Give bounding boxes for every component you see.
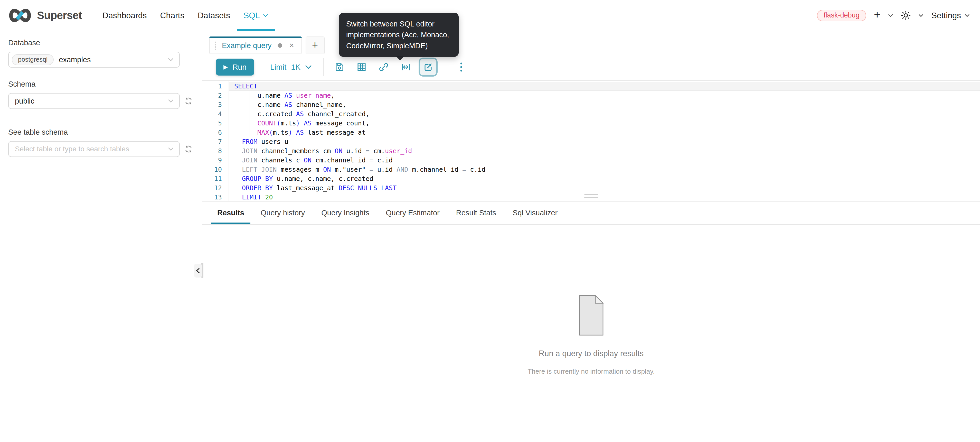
- code-line[interactable]: u.name AS user_name,: [229, 91, 980, 100]
- nav-item-dashboards[interactable]: Dashboards: [96, 0, 154, 31]
- superset-infinity-icon: [8, 8, 32, 23]
- schema-value: public: [15, 97, 34, 105]
- query-tab-example-query[interactable]: Example query ✕: [209, 37, 302, 53]
- line-number: 9: [202, 156, 229, 165]
- edit-icon: [424, 63, 433, 72]
- code-line[interactable]: MAX(m.ts) AS last_message_at: [229, 128, 980, 137]
- chevron-down-icon: [305, 65, 312, 69]
- sidebar-divider: [4, 119, 198, 119]
- results-panel: Run a query to display results There is …: [202, 225, 980, 442]
- line-number: 2: [202, 91, 229, 100]
- code-line[interactable]: GROUP BY u.name, c.name, c.created: [229, 174, 980, 184]
- chevron-down-icon: [263, 14, 268, 17]
- sql-lab-sidebar: Database postgresql examples Schema publ…: [0, 31, 202, 442]
- tab-query-history[interactable]: Query history: [255, 201, 311, 224]
- schema-label: Schema: [8, 80, 194, 88]
- schema-select[interactable]: public: [8, 93, 180, 109]
- sql-code-editor[interactable]: 12345678910111213 SELECT u.name AS user_…: [202, 81, 980, 201]
- row-limit-dropdown[interactable]: Limit 1K: [270, 63, 312, 72]
- theme-sun-icon[interactable]: [901, 11, 911, 20]
- line-number: 1: [202, 82, 229, 91]
- line-number: 10: [202, 165, 229, 174]
- code-line[interactable]: LIMIT 20: [229, 193, 980, 201]
- settings-menu[interactable]: Settings: [931, 11, 970, 20]
- unsaved-indicator-dot: [278, 43, 282, 48]
- chevron-down-icon: [168, 147, 173, 151]
- workspace: Database postgresql examples Schema publ…: [0, 31, 980, 442]
- superset-sql-lab: Superset Dashboards Charts Datasets SQL …: [0, 0, 980, 442]
- tab-sql-visualizer[interactable]: Sql Visualizer: [506, 201, 564, 224]
- line-number: 6: [202, 128, 229, 137]
- toolbar-icons: [335, 62, 410, 72]
- code-line[interactable]: c.created AS channel_created,: [229, 110, 980, 119]
- new-item-button[interactable]: +: [874, 9, 881, 20]
- more-options-kebab-icon[interactable]: [457, 62, 466, 72]
- nav-item-charts[interactable]: Charts: [153, 0, 191, 31]
- table-select[interactable]: Select table or type to search tables: [8, 141, 180, 157]
- collapse-sidebar-button[interactable]: [194, 264, 202, 278]
- tab-query-insights[interactable]: Query Insights: [315, 201, 375, 224]
- results-table-icon[interactable]: [357, 62, 366, 72]
- nav-item-datasets[interactable]: Datasets: [191, 0, 237, 31]
- brand-name: Superset: [37, 9, 82, 22]
- chevron-left-icon: [196, 268, 200, 273]
- chevron-down-icon[interactable]: [918, 14, 923, 17]
- empty-results-state: Run a query to display results There is …: [202, 295, 980, 375]
- line-number: 11: [202, 174, 229, 184]
- editor-switch-tooltip: Switch between SQL editor implementation…: [339, 13, 459, 57]
- empty-results-subtitle: There is currently no information to dis…: [528, 367, 655, 375]
- save-query-icon[interactable]: [335, 62, 344, 72]
- editor-toolbar: ▶ Run Limit 1K: [202, 54, 980, 81]
- play-icon: ▶: [223, 64, 228, 70]
- tab-query-estimator[interactable]: Query Estimator: [380, 201, 446, 224]
- copy-link-icon[interactable]: [379, 62, 388, 72]
- chevron-down-icon: [964, 14, 970, 17]
- chevron-down-icon: [168, 99, 173, 103]
- drag-handle-icon[interactable]: [215, 41, 216, 50]
- editor-resize-handle[interactable]: [584, 194, 598, 199]
- superset-logo[interactable]: Superset: [8, 0, 82, 31]
- chevron-down-icon: [168, 58, 173, 61]
- code-line[interactable]: SELECT: [229, 82, 980, 91]
- table-select-placeholder: Select table or type to search tables: [15, 145, 129, 153]
- database-dialect-tag: postgresql: [12, 54, 54, 65]
- environment-tag: flask-debug: [817, 10, 866, 21]
- line-number: 8: [202, 147, 229, 156]
- database-select[interactable]: postgresql examples: [8, 52, 180, 68]
- table-schema-label: See table schema: [8, 128, 194, 136]
- code-lines[interactable]: SELECT u.name AS user_name, c.name AS ch…: [229, 81, 980, 201]
- add-query-tab-button[interactable]: +: [305, 37, 325, 53]
- top-navbar: Superset Dashboards Charts Datasets SQL …: [0, 0, 980, 31]
- query-tab-title: Example query: [222, 41, 272, 50]
- switch-editor-implementation-button[interactable]: [418, 57, 438, 77]
- code-line[interactable]: FROM users u: [229, 137, 980, 147]
- line-number: 13: [202, 193, 229, 201]
- code-line[interactable]: LEFT JOIN messages m ON m."user" = u.id …: [229, 165, 980, 174]
- code-line[interactable]: JOIN channel_members cm ON u.id = cm.use…: [229, 147, 980, 156]
- database-label: Database: [8, 38, 194, 47]
- tab-result-stats[interactable]: Result Stats: [450, 201, 502, 224]
- line-number: 4: [202, 110, 229, 119]
- navbar-right: flask-debug + Settings: [817, 0, 980, 31]
- code-line[interactable]: c.name AS channel_name,: [229, 100, 980, 110]
- refresh-tables-icon[interactable]: [185, 145, 192, 153]
- empty-document-icon: [579, 295, 603, 336]
- main-nav: Dashboards Charts Datasets SQL: [96, 0, 275, 31]
- nav-item-sql[interactable]: SQL: [237, 0, 275, 31]
- refresh-schemas-icon[interactable]: [185, 97, 192, 105]
- format-width-icon[interactable]: [401, 62, 410, 72]
- tab-results[interactable]: Results: [211, 201, 250, 224]
- toolbar-divider: [323, 58, 324, 76]
- chevron-down-icon[interactable]: [888, 14, 893, 17]
- sql-editor-pane: Example query ✕ + ▶ Run Limit 1K: [202, 31, 980, 442]
- run-query-button[interactable]: ▶ Run: [216, 59, 254, 75]
- empty-results-title: Run a query to display results: [539, 349, 644, 358]
- close-tab-icon[interactable]: ✕: [289, 42, 294, 49]
- line-number: 7: [202, 137, 229, 147]
- code-line[interactable]: COUNT(m.ts) AS message_count,: [229, 119, 980, 128]
- limit-label: Limit: [270, 63, 286, 72]
- code-line[interactable]: ORDER BY last_message_at DESC NULLS LAST: [229, 184, 980, 193]
- gutter: 12345678910111213: [202, 81, 229, 201]
- query-tabstrip: Example query ✕ +: [202, 31, 980, 54]
- code-line[interactable]: JOIN channels c ON cm.channel_id = c.id: [229, 156, 980, 165]
